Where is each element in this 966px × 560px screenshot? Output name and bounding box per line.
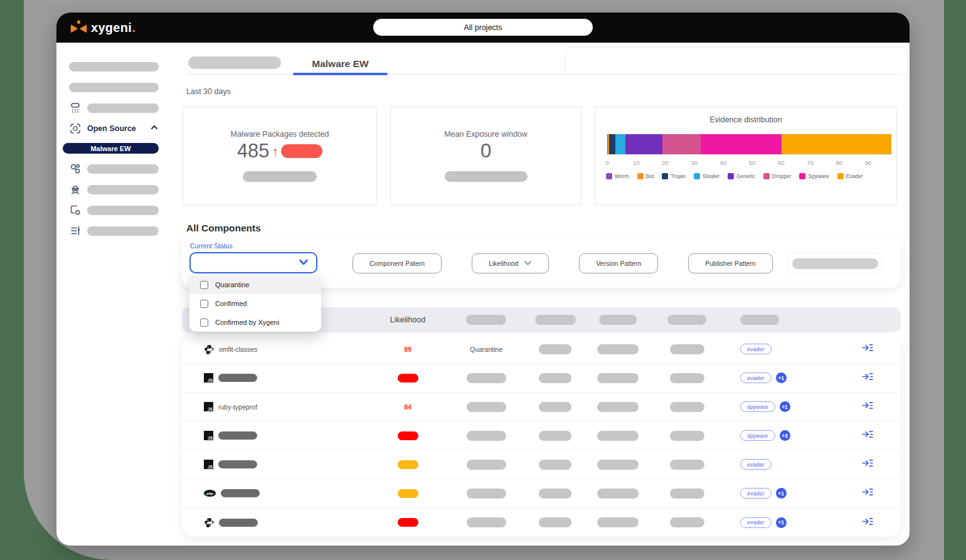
javascript-icon: JS xyxy=(204,460,213,469)
filter-button-publisher-pattern[interactable]: Publisher Pattern xyxy=(688,253,773,273)
axis-tick: 20 xyxy=(662,159,669,166)
evidence-badge-evader[interactable]: evader xyxy=(740,459,772,470)
data-cell xyxy=(527,402,583,412)
cell-skeleton xyxy=(597,431,639,441)
chevron-up-icon[interactable] xyxy=(150,123,159,134)
dropdown-option-confirmed-by-xygeni[interactable]: Confirmed by Xygeni xyxy=(189,313,321,332)
tab-malware-ew[interactable]: Malware EW xyxy=(293,58,388,70)
sidebar-item-open-source[interactable]: Open Source xyxy=(56,122,176,135)
evidence-cell: evader+1 xyxy=(721,488,834,499)
skeleton-bar xyxy=(69,83,159,92)
python-icon xyxy=(204,344,214,354)
linked-nodes-icon xyxy=(69,162,82,175)
python-icon xyxy=(204,517,214,527)
component-name-skeleton xyxy=(221,489,260,497)
legend-swatch xyxy=(606,173,612,179)
open-details-icon[interactable] xyxy=(862,458,873,470)
legend-label: Bot xyxy=(646,173,654,179)
table-row[interactable]: phpevader+1 xyxy=(182,479,901,508)
filter-button-version-pattern[interactable]: Version Pattern xyxy=(579,253,658,273)
header-skeleton xyxy=(667,315,706,325)
evidence-badge-evader[interactable]: evader xyxy=(740,344,772,354)
cell-skeleton xyxy=(670,517,704,527)
skeleton-bar xyxy=(792,258,878,269)
evidence-badge-evader[interactable]: evader xyxy=(740,372,772,383)
table-row[interactable]: JSevader xyxy=(182,450,901,479)
evidence-badge-spyware[interactable]: spyware xyxy=(740,401,775,412)
sidebar-item-skeleton[interactable] xyxy=(56,102,176,114)
axis-tick: 90 xyxy=(865,159,872,166)
evidence-axis: 0102030405060708090 xyxy=(607,159,891,167)
evidence-badge-evader[interactable]: evader xyxy=(740,488,772,499)
checkbox[interactable] xyxy=(200,319,208,327)
evidence-badge-evader[interactable]: evader xyxy=(740,517,772,528)
javascript-icon: JS xyxy=(204,373,213,383)
likelihood-score: 89 xyxy=(404,346,411,353)
legend-swatch xyxy=(799,173,805,179)
sidebar-item-skeleton[interactable] xyxy=(56,162,176,175)
component-cell: JS xyxy=(182,373,370,383)
header-skeleton xyxy=(740,315,779,325)
table-row[interactable]: evader+1 xyxy=(182,508,901,537)
axis-tick: 30 xyxy=(691,159,698,166)
likelihood-cell: 84 xyxy=(370,403,445,411)
data-cell xyxy=(652,517,721,527)
component-name-skeleton xyxy=(219,519,258,527)
likelihood-cell xyxy=(370,460,445,469)
cell-skeleton xyxy=(539,373,571,383)
legend-label: Stealer xyxy=(703,173,719,179)
action-cell xyxy=(834,430,901,441)
filter-button-likelihood[interactable]: Likelihood xyxy=(472,253,549,273)
sidebar-item-malware-ew[interactable]: Malware EW xyxy=(63,143,159,154)
segment-evader xyxy=(782,134,891,154)
table-row[interactable]: omfit-classes89Quarantineevader xyxy=(182,335,901,364)
current-status-select[interactable] xyxy=(189,252,317,273)
app-window: xygeni. All projects xyxy=(56,13,910,546)
data-cell xyxy=(583,489,652,499)
sidebar-item-skeleton[interactable] xyxy=(56,183,176,196)
open-details-icon[interactable] xyxy=(862,517,873,529)
open-details-icon[interactable] xyxy=(862,343,873,355)
component-name-skeleton xyxy=(218,460,257,468)
evidence-count-badge[interactable]: +3 xyxy=(780,430,790,441)
table-row[interactable]: JSruby-typeprof84spyware+1 xyxy=(182,393,901,421)
cell-skeleton xyxy=(670,373,704,383)
cell-skeleton xyxy=(467,431,506,441)
open-details-icon[interactable] xyxy=(862,430,873,441)
checkbox[interactable] xyxy=(200,300,208,308)
table-row[interactable]: JSspyware+3 xyxy=(182,421,901,450)
open-details-icon[interactable] xyxy=(862,401,873,413)
sidebar-item-skeleton[interactable] xyxy=(56,60,176,73)
cell-skeleton xyxy=(597,344,639,354)
component-name-skeleton xyxy=(218,431,257,440)
sidebar-item-skeleton[interactable] xyxy=(56,204,176,216)
spy-icon xyxy=(69,183,82,196)
open-details-icon[interactable] xyxy=(862,372,873,384)
sidebar-item-skeleton[interactable] xyxy=(56,225,176,237)
cell-skeleton xyxy=(539,402,571,412)
evidence-count-badge[interactable]: +1 xyxy=(776,488,787,499)
dropdown-option-label: Confirmed xyxy=(215,300,247,307)
evidence-count-badge[interactable]: +1 xyxy=(776,372,787,383)
checkbox[interactable] xyxy=(200,281,208,289)
logo-text: xygeni xyxy=(91,21,132,34)
all-projects-button[interactable]: All projects xyxy=(373,19,593,36)
evidence-badge-spyware[interactable]: spyware xyxy=(740,430,775,441)
status-cell: Quarantine xyxy=(445,346,527,353)
legend-label: Worm xyxy=(615,173,629,179)
evidence-count-badge[interactable]: +1 xyxy=(776,517,787,528)
axis-tick: 40 xyxy=(720,159,727,166)
legend-swatch xyxy=(728,173,734,179)
tab-skeleton[interactable] xyxy=(188,56,281,69)
open-details-icon[interactable] xyxy=(862,487,873,499)
evidence-count-badge[interactable]: +1 xyxy=(780,401,790,412)
filter-button-component-patern[interactable]: Component Patern xyxy=(353,253,442,273)
cell-skeleton xyxy=(467,517,506,527)
dropdown-option-quarantine[interactable]: Quarantine xyxy=(189,275,321,294)
table-row[interactable]: JSevader+1 xyxy=(182,364,901,393)
component-cell: JS xyxy=(182,460,370,469)
dropdown-option-confirmed[interactable]: Confirmed xyxy=(189,294,321,313)
javascript-icon: JS xyxy=(204,402,213,411)
legend-item: Worm xyxy=(606,173,629,179)
sidebar-item-skeleton[interactable] xyxy=(56,81,176,93)
